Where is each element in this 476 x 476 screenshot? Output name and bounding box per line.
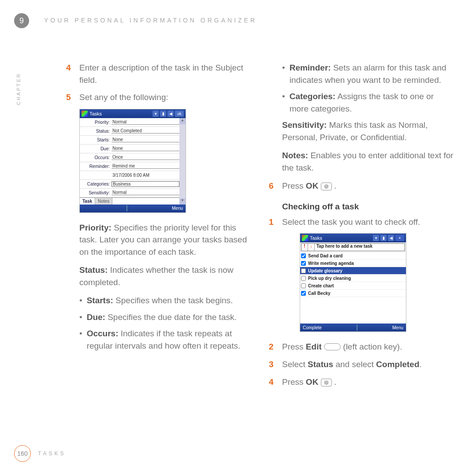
sound-icon: ◀ [167, 111, 174, 117]
task-checkbox[interactable] [301, 261, 306, 266]
field-label: Due: [80, 146, 112, 151]
subheading: Checking off a task [282, 202, 454, 212]
tab-task[interactable]: Task [80, 198, 95, 205]
task-checkbox[interactable] [301, 283, 306, 288]
wifi-icon: ▮ [160, 111, 166, 117]
status-field[interactable]: Not Completed [112, 128, 179, 134]
soft-right-menu[interactable]: Menu [392, 325, 406, 330]
step-text: Select the task you want to check off. [282, 216, 454, 228]
step-text: Press OK ⊚ . [282, 376, 454, 388]
field-label: Occurs: [80, 155, 112, 160]
status-desc: Status: Indicates whether the task is no… [79, 264, 251, 288]
tab-notes[interactable]: Notes [95, 198, 112, 205]
add-task-placeholder[interactable]: Tap here to add a new task [315, 244, 405, 251]
due-field[interactable]: None [112, 146, 179, 151]
chapter-number-badge: 9 [14, 13, 29, 28]
task-row[interactable]: Update glossary [300, 267, 406, 275]
step-number: 2 [269, 341, 276, 353]
start-icon [302, 235, 308, 241]
task-text: Update glossary [307, 268, 342, 273]
field-label: Reminder: [80, 164, 112, 169]
priority-icon: ! [301, 244, 308, 251]
task-checkbox[interactable] [301, 253, 306, 258]
step-number: 4 [66, 62, 73, 86]
tasks-form-screenshot: Tasks ▾ ▮ ◀ ok Priority:Normal Status:No… [79, 109, 186, 213]
task-checkbox[interactable] [301, 268, 306, 273]
titlebar: Tasks ▾ ▮ ◀ × [300, 234, 406, 242]
scroll-down-icon[interactable]: ▼ [179, 198, 186, 205]
step-number: 4 [269, 376, 276, 388]
sensitivity-field[interactable]: Normal [112, 190, 179, 195]
sensitivity-desc: Sensitivity: Marks this task as Normal, … [282, 119, 454, 143]
scrollbar[interactable]: ▲ ▼ [179, 118, 186, 205]
task-row[interactable]: Write meeting agenda [300, 260, 406, 267]
left-column: 4 Enter a description of the task in the… [66, 62, 251, 393]
step-number: 6 [269, 180, 276, 192]
start-icon [82, 111, 88, 117]
bullet-due: Due: Specifies the due date for the task… [79, 311, 251, 324]
task-text: Send Dad a card [307, 253, 342, 258]
ok-button[interactable]: ok [175, 111, 184, 117]
page-number: 160 [14, 445, 31, 462]
step-text: Press OK ⊚ . [282, 180, 454, 192]
action-key-icon [324, 343, 341, 350]
task-text: Pick up dry cleaning [307, 276, 351, 281]
ok-key-icon: ⊚ [321, 182, 332, 190]
task-checkbox[interactable] [301, 276, 306, 281]
field-label: Categories: [80, 182, 112, 186]
signal-icon: ▾ [373, 235, 379, 241]
titlebar: Tasks ▾ ▮ ◀ ok [80, 109, 186, 118]
close-button[interactable]: × [395, 235, 404, 241]
page-footer: 160 TASKS [14, 445, 66, 462]
field-label: Sensitivity: [80, 190, 112, 195]
occurs-field[interactable]: Once [112, 155, 179, 160]
priority-desc: Priority: Specifies the priority level f… [79, 222, 251, 258]
step-text: Set any of the following: [79, 91, 251, 104]
categories-field[interactable]: Business [112, 181, 179, 187]
notes-desc: Notes: Enables you to enter additional t… [282, 149, 454, 174]
app-title: Tasks [310, 235, 322, 241]
keyboard-icon[interactable] [126, 205, 127, 211]
task-row[interactable]: Call Becky [300, 290, 406, 297]
task-row[interactable]: Create chart [300, 282, 406, 290]
page-header-title: YOUR PERSONAL INFORMATION ORGANIZER [44, 17, 257, 24]
scroll-up-icon[interactable]: ▲ [179, 118, 186, 124]
bullet-occurs: Occurs: Indicates if the task repeats at… [79, 327, 251, 352]
starts-field[interactable]: None [112, 137, 179, 142]
bullet-reminder: Reminder: Sets an alarm for this task an… [282, 62, 454, 86]
step-text: Press Edit (left action key). [282, 341, 454, 353]
app-title: Tasks [89, 111, 102, 116]
step-text: Enter a description of the task in the S… [79, 62, 251, 86]
step-number: 1 [269, 216, 276, 228]
task-row[interactable]: Pick up dry cleaning [300, 275, 406, 282]
vertical-chapter-label: CHAPTER [16, 73, 21, 105]
field-label: Priority: [80, 120, 112, 125]
ok-key-icon: ⊚ [321, 379, 332, 387]
field-label: Status: [80, 129, 112, 134]
task-checkbox[interactable] [301, 291, 306, 296]
sound-icon: ◀ [388, 235, 394, 241]
task-text: Create chart [307, 283, 334, 288]
step-text: Select Status and select Completed. [282, 358, 454, 371]
priority-field[interactable]: Normal [112, 119, 179, 125]
right-column: Reminder: Sets an alarm for this task an… [269, 62, 454, 393]
section-name: TASKS [38, 450, 66, 457]
wifi-icon: ▮ [380, 235, 387, 241]
task-text: Call Becky [307, 291, 331, 296]
step-number: 3 [269, 358, 276, 371]
soft-left-complete[interactable]: Complete [300, 325, 322, 330]
task-row[interactable]: Send Dad a card [300, 252, 406, 260]
bullet-starts: Starts: Specifies when the task begins. [79, 294, 251, 307]
sort-icon: ↓ [308, 244, 315, 251]
step-number: 5 [66, 91, 73, 104]
signal-icon: ▾ [152, 111, 159, 117]
add-task-bar[interactable]: ! ↓ Tap here to add a new task [301, 243, 405, 251]
reminder-datetime[interactable]: 3/17/2006 8:00 AM [112, 173, 179, 178]
soft-right-menu[interactable]: Menu [172, 206, 186, 211]
reminder-field[interactable]: Remind me [112, 164, 179, 169]
keyboard-icon[interactable] [357, 325, 357, 331]
bullet-categories: Categories: Assigns the task to one or m… [282, 90, 454, 115]
field-label: Starts: [80, 138, 112, 142]
task-text: Write meeting agenda [307, 261, 354, 266]
tasks-list-screenshot: Tasks ▾ ▮ ◀ × ! ↓ Tap here to add a new … [300, 233, 406, 332]
